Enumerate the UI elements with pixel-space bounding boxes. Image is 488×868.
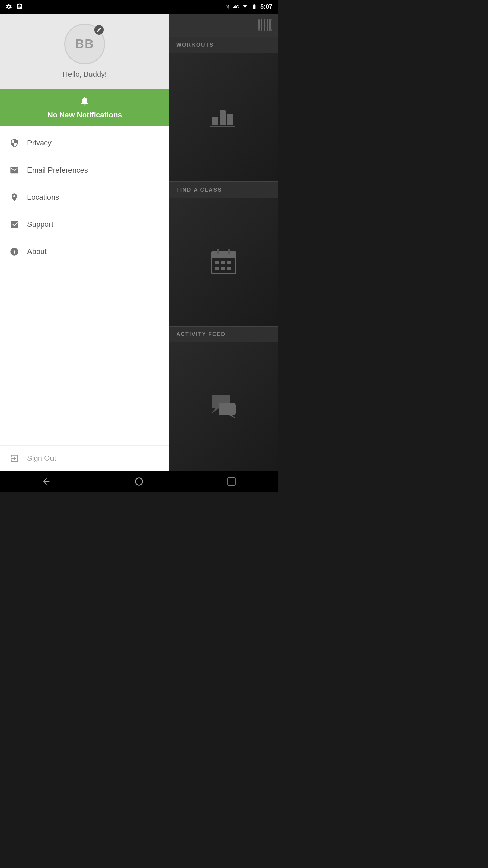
activity-feed-icon-area <box>169 342 278 471</box>
svg-rect-9 <box>272 19 272 31</box>
svg-rect-23 <box>221 261 225 264</box>
svg-rect-7 <box>269 19 270 31</box>
svg-rect-19 <box>212 252 236 258</box>
chat-icon <box>210 393 237 420</box>
activity-feed-section[interactable]: ACTIVITY FEED <box>169 327 278 471</box>
svg-rect-17 <box>210 126 235 127</box>
pencil-icon <box>96 27 102 33</box>
svg-rect-24 <box>227 261 231 264</box>
main-layout: BB Hello, Buddy! No New Notifications <box>0 14 278 471</box>
bar-chart-icon <box>210 103 237 131</box>
notification-text: No New Notifications <box>47 111 122 119</box>
edit-badge[interactable] <box>94 25 104 35</box>
sign-out-icon <box>8 452 20 465</box>
sign-out-label: Sign Out <box>27 454 56 463</box>
svg-rect-10 <box>258 19 260 20</box>
notification-banner[interactable]: No New Notifications <box>0 89 169 126</box>
svg-rect-3 <box>263 19 263 31</box>
menu-items: Privacy Email Preferences Location <box>0 126 169 445</box>
shield-icon <box>8 137 20 149</box>
svg-rect-16 <box>227 114 233 125</box>
avatar-container[interactable]: BB <box>64 24 105 64</box>
svg-rect-15 <box>220 110 226 125</box>
menu-item-about[interactable]: About <box>0 238 169 265</box>
workouts-section[interactable]: WORKOUTS <box>169 37 278 182</box>
svg-rect-0 <box>258 19 259 31</box>
settings-icon <box>5 3 12 10</box>
support-icon <box>8 218 20 231</box>
status-bar-right: 4G 5:07 <box>225 3 272 11</box>
svg-marker-31 <box>229 415 236 418</box>
menu-item-email-preferences[interactable]: Email Preferences <box>0 157 169 184</box>
menu-item-support[interactable]: Support <box>0 211 169 238</box>
svg-rect-27 <box>227 267 231 270</box>
svg-rect-6 <box>267 19 268 31</box>
workouts-icon-area <box>169 53 278 181</box>
right-sections: WORKOUTS FIND A CLASS <box>169 37 278 471</box>
find-a-class-icon-area <box>169 198 278 326</box>
avatar-initials: BB <box>75 37 94 51</box>
sign-out-button[interactable]: Sign Out <box>8 452 161 465</box>
bell-icon <box>79 96 90 108</box>
svg-rect-5 <box>266 19 266 31</box>
find-a-class-section[interactable]: FIND A CLASS <box>169 182 278 327</box>
status-bar: 4G 5:07 <box>0 0 278 14</box>
workouts-title: WORKOUTS <box>169 37 278 53</box>
clipboard-icon <box>16 3 23 10</box>
svg-rect-21 <box>228 249 230 254</box>
home-button[interactable] <box>129 471 149 492</box>
sign-out-section: Sign Out <box>0 445 169 471</box>
calendar-icon <box>210 248 237 275</box>
svg-rect-1 <box>259 19 260 31</box>
svg-point-32 <box>135 478 142 485</box>
find-a-class-title: FIND A CLASS <box>169 182 278 198</box>
back-button[interactable] <box>36 471 57 492</box>
email-icon <box>8 164 20 176</box>
right-panel: WORKOUTS FIND A CLASS <box>169 14 278 471</box>
battery-icon <box>251 4 258 9</box>
svg-rect-30 <box>219 403 236 415</box>
status-time: 5:07 <box>260 3 272 11</box>
svg-rect-26 <box>221 267 225 270</box>
svg-rect-8 <box>270 19 271 31</box>
menu-item-privacy[interactable]: Privacy <box>0 130 169 157</box>
privacy-label: Privacy <box>27 139 52 147</box>
svg-rect-33 <box>228 478 235 485</box>
support-label: Support <box>27 220 53 229</box>
svg-rect-2 <box>261 19 262 31</box>
email-preferences-label: Email Preferences <box>27 166 88 175</box>
svg-rect-12 <box>270 19 272 20</box>
status-bar-left <box>5 3 23 10</box>
activity-feed-title: ACTIVITY FEED <box>169 327 278 342</box>
locations-label: Locations <box>27 193 59 202</box>
menu-item-locations[interactable]: Locations <box>0 184 169 211</box>
svg-marker-29 <box>212 408 219 413</box>
sidebar: BB Hello, Buddy! No New Notifications <box>0 14 169 471</box>
svg-rect-20 <box>217 249 219 254</box>
svg-rect-22 <box>215 261 219 264</box>
svg-rect-4 <box>264 19 265 31</box>
signal-icon <box>242 4 248 9</box>
about-label: About <box>27 247 47 256</box>
svg-rect-13 <box>270 29 272 31</box>
svg-rect-11 <box>258 29 260 31</box>
profile-section: BB Hello, Buddy! <box>0 14 169 89</box>
4g-indicator: 4G <box>233 4 239 9</box>
barcode-header <box>169 14 278 37</box>
info-icon <box>8 245 20 258</box>
svg-rect-14 <box>212 117 218 125</box>
barcode-icon[interactable] <box>258 19 272 32</box>
recents-button[interactable] <box>221 471 242 492</box>
profile-greeting: Hello, Buddy! <box>63 70 107 79</box>
location-icon <box>8 191 20 203</box>
bluetooth-icon <box>225 4 231 9</box>
svg-rect-25 <box>215 267 219 270</box>
bottom-nav <box>0 471 278 492</box>
